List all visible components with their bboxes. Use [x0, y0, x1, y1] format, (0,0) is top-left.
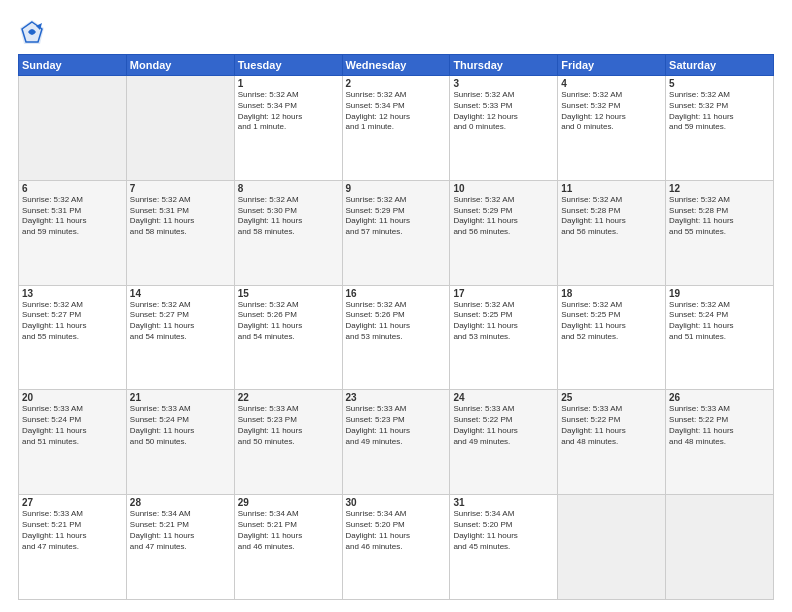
calendar-cell: 3Sunrise: 5:32 AMSunset: 5:33 PMDaylight… — [450, 76, 558, 181]
cell-content: Sunrise: 5:33 AMSunset: 5:21 PMDaylight:… — [22, 509, 123, 552]
calendar-cell: 16Sunrise: 5:32 AMSunset: 5:26 PMDayligh… — [342, 285, 450, 390]
day-number: 8 — [238, 183, 339, 194]
cell-content: Sunrise: 5:32 AMSunset: 5:29 PMDaylight:… — [346, 195, 447, 238]
cell-content: Sunrise: 5:32 AMSunset: 5:24 PMDaylight:… — [669, 300, 770, 343]
cell-content: Sunrise: 5:33 AMSunset: 5:22 PMDaylight:… — [561, 404, 662, 447]
day-number: 18 — [561, 288, 662, 299]
calendar-cell: 4Sunrise: 5:32 AMSunset: 5:32 PMDaylight… — [558, 76, 666, 181]
cell-content: Sunrise: 5:32 AMSunset: 5:27 PMDaylight:… — [130, 300, 231, 343]
weekday-header-row: SundayMondayTuesdayWednesdayThursdayFrid… — [19, 55, 774, 76]
day-number: 19 — [669, 288, 770, 299]
day-number: 22 — [238, 392, 339, 403]
calendar-cell — [19, 76, 127, 181]
weekday-header-sunday: Sunday — [19, 55, 127, 76]
calendar-cell: 12Sunrise: 5:32 AMSunset: 5:28 PMDayligh… — [666, 180, 774, 285]
day-number: 30 — [346, 497, 447, 508]
calendar-cell: 5Sunrise: 5:32 AMSunset: 5:32 PMDaylight… — [666, 76, 774, 181]
calendar-cell — [126, 76, 234, 181]
header — [18, 18, 774, 46]
cell-content: Sunrise: 5:34 AMSunset: 5:21 PMDaylight:… — [238, 509, 339, 552]
day-number: 4 — [561, 78, 662, 89]
cell-content: Sunrise: 5:33 AMSunset: 5:23 PMDaylight:… — [346, 404, 447, 447]
day-number: 7 — [130, 183, 231, 194]
day-number: 6 — [22, 183, 123, 194]
weekday-header-wednesday: Wednesday — [342, 55, 450, 76]
cell-content: Sunrise: 5:32 AMSunset: 5:25 PMDaylight:… — [453, 300, 554, 343]
day-number: 20 — [22, 392, 123, 403]
cell-content: Sunrise: 5:33 AMSunset: 5:24 PMDaylight:… — [22, 404, 123, 447]
day-number: 9 — [346, 183, 447, 194]
calendar-cell: 30Sunrise: 5:34 AMSunset: 5:20 PMDayligh… — [342, 495, 450, 600]
day-number: 25 — [561, 392, 662, 403]
cell-content: Sunrise: 5:32 AMSunset: 5:34 PMDaylight:… — [238, 90, 339, 133]
weekday-header-thursday: Thursday — [450, 55, 558, 76]
calendar-cell: 18Sunrise: 5:32 AMSunset: 5:25 PMDayligh… — [558, 285, 666, 390]
day-number: 27 — [22, 497, 123, 508]
calendar-cell: 24Sunrise: 5:33 AMSunset: 5:22 PMDayligh… — [450, 390, 558, 495]
day-number: 15 — [238, 288, 339, 299]
day-number: 3 — [453, 78, 554, 89]
calendar-week-row: 20Sunrise: 5:33 AMSunset: 5:24 PMDayligh… — [19, 390, 774, 495]
cell-content: Sunrise: 5:32 AMSunset: 5:28 PMDaylight:… — [669, 195, 770, 238]
cell-content: Sunrise: 5:32 AMSunset: 5:29 PMDaylight:… — [453, 195, 554, 238]
calendar-cell: 19Sunrise: 5:32 AMSunset: 5:24 PMDayligh… — [666, 285, 774, 390]
cell-content: Sunrise: 5:32 AMSunset: 5:26 PMDaylight:… — [346, 300, 447, 343]
day-number: 16 — [346, 288, 447, 299]
cell-content: Sunrise: 5:32 AMSunset: 5:31 PMDaylight:… — [130, 195, 231, 238]
cell-content: Sunrise: 5:32 AMSunset: 5:25 PMDaylight:… — [561, 300, 662, 343]
cell-content: Sunrise: 5:33 AMSunset: 5:22 PMDaylight:… — [669, 404, 770, 447]
weekday-header-saturday: Saturday — [666, 55, 774, 76]
cell-content: Sunrise: 5:34 AMSunset: 5:21 PMDaylight:… — [130, 509, 231, 552]
cell-content: Sunrise: 5:32 AMSunset: 5:33 PMDaylight:… — [453, 90, 554, 133]
calendar-cell: 9Sunrise: 5:32 AMSunset: 5:29 PMDaylight… — [342, 180, 450, 285]
calendar-cell: 8Sunrise: 5:32 AMSunset: 5:30 PMDaylight… — [234, 180, 342, 285]
day-number: 12 — [669, 183, 770, 194]
calendar-cell: 14Sunrise: 5:32 AMSunset: 5:27 PMDayligh… — [126, 285, 234, 390]
calendar-cell: 2Sunrise: 5:32 AMSunset: 5:34 PMDaylight… — [342, 76, 450, 181]
page: SundayMondayTuesdayWednesdayThursdayFrid… — [0, 0, 792, 612]
day-number: 28 — [130, 497, 231, 508]
cell-content: Sunrise: 5:32 AMSunset: 5:32 PMDaylight:… — [669, 90, 770, 133]
calendar-cell: 25Sunrise: 5:33 AMSunset: 5:22 PMDayligh… — [558, 390, 666, 495]
weekday-header-tuesday: Tuesday — [234, 55, 342, 76]
day-number: 29 — [238, 497, 339, 508]
weekday-header-friday: Friday — [558, 55, 666, 76]
calendar-cell: 28Sunrise: 5:34 AMSunset: 5:21 PMDayligh… — [126, 495, 234, 600]
calendar-cell — [666, 495, 774, 600]
day-number: 31 — [453, 497, 554, 508]
day-number: 26 — [669, 392, 770, 403]
cell-content: Sunrise: 5:34 AMSunset: 5:20 PMDaylight:… — [346, 509, 447, 552]
day-number: 17 — [453, 288, 554, 299]
calendar-cell: 13Sunrise: 5:32 AMSunset: 5:27 PMDayligh… — [19, 285, 127, 390]
logo — [18, 18, 50, 46]
day-number: 21 — [130, 392, 231, 403]
cell-content: Sunrise: 5:32 AMSunset: 5:31 PMDaylight:… — [22, 195, 123, 238]
cell-content: Sunrise: 5:32 AMSunset: 5:26 PMDaylight:… — [238, 300, 339, 343]
day-number: 13 — [22, 288, 123, 299]
cell-content: Sunrise: 5:34 AMSunset: 5:20 PMDaylight:… — [453, 509, 554, 552]
calendar-cell: 23Sunrise: 5:33 AMSunset: 5:23 PMDayligh… — [342, 390, 450, 495]
cell-content: Sunrise: 5:33 AMSunset: 5:24 PMDaylight:… — [130, 404, 231, 447]
day-number: 23 — [346, 392, 447, 403]
cell-content: Sunrise: 5:32 AMSunset: 5:34 PMDaylight:… — [346, 90, 447, 133]
weekday-header-monday: Monday — [126, 55, 234, 76]
calendar-table: SundayMondayTuesdayWednesdayThursdayFrid… — [18, 54, 774, 600]
calendar-week-row: 6Sunrise: 5:32 AMSunset: 5:31 PMDaylight… — [19, 180, 774, 285]
day-number: 14 — [130, 288, 231, 299]
day-number: 24 — [453, 392, 554, 403]
cell-content: Sunrise: 5:32 AMSunset: 5:30 PMDaylight:… — [238, 195, 339, 238]
calendar-cell: 17Sunrise: 5:32 AMSunset: 5:25 PMDayligh… — [450, 285, 558, 390]
cell-content: Sunrise: 5:32 AMSunset: 5:28 PMDaylight:… — [561, 195, 662, 238]
calendar-week-row: 13Sunrise: 5:32 AMSunset: 5:27 PMDayligh… — [19, 285, 774, 390]
calendar-cell: 15Sunrise: 5:32 AMSunset: 5:26 PMDayligh… — [234, 285, 342, 390]
calendar-cell: 7Sunrise: 5:32 AMSunset: 5:31 PMDaylight… — [126, 180, 234, 285]
calendar-cell: 6Sunrise: 5:32 AMSunset: 5:31 PMDaylight… — [19, 180, 127, 285]
cell-content: Sunrise: 5:33 AMSunset: 5:23 PMDaylight:… — [238, 404, 339, 447]
day-number: 2 — [346, 78, 447, 89]
cell-content: Sunrise: 5:32 AMSunset: 5:32 PMDaylight:… — [561, 90, 662, 133]
day-number: 1 — [238, 78, 339, 89]
calendar-cell: 10Sunrise: 5:32 AMSunset: 5:29 PMDayligh… — [450, 180, 558, 285]
calendar-cell: 21Sunrise: 5:33 AMSunset: 5:24 PMDayligh… — [126, 390, 234, 495]
logo-icon — [18, 18, 46, 46]
calendar-cell — [558, 495, 666, 600]
